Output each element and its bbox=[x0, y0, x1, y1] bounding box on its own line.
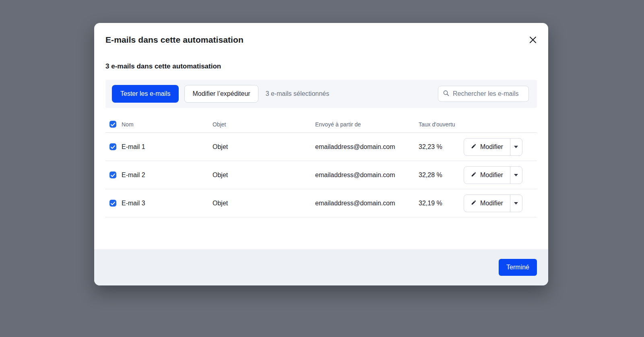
selected-count-label: 3 e-mails sélectionnés bbox=[266, 90, 329, 97]
email-open-rate: 32,19 % bbox=[419, 200, 464, 207]
row-actions: Modifier bbox=[464, 138, 537, 156]
email-subject: Objet bbox=[213, 143, 315, 151]
modify-dropdown-button[interactable] bbox=[510, 139, 522, 155]
email-open-rate: 32,28 % bbox=[419, 172, 464, 179]
pencil-icon bbox=[471, 200, 477, 207]
modify-split-button: Modifier bbox=[464, 166, 522, 184]
modify-dropdown-button[interactable] bbox=[510, 167, 522, 184]
check-icon bbox=[111, 121, 115, 128]
header-open-rate: Taux d'ouvertu bbox=[419, 121, 464, 128]
email-name: E-mail 1 bbox=[122, 143, 213, 151]
emails-automation-modal: E-mails dans cette automatisation 3 e-ma… bbox=[94, 23, 548, 285]
row-checkbox[interactable] bbox=[109, 200, 116, 207]
modal-header: E-mails dans cette automatisation bbox=[94, 23, 548, 45]
table-header-row: Nom Objet Envoyé à partir de Taux d'ouve… bbox=[105, 116, 537, 133]
row-actions: Modifier bbox=[464, 194, 537, 212]
close-button[interactable] bbox=[527, 34, 539, 45]
modify-button[interactable]: Modifier bbox=[464, 139, 510, 155]
chevron-down-icon bbox=[514, 202, 518, 205]
modify-button-label: Modifier bbox=[480, 200, 503, 207]
check-icon bbox=[111, 172, 115, 179]
table-row: E-mail 1 Objet emailaddress@domain.com 3… bbox=[105, 133, 537, 161]
edit-sender-button[interactable]: Modifier l’expéditeur bbox=[184, 85, 258, 103]
pencil-icon bbox=[471, 143, 477, 151]
email-open-rate: 32,23 % bbox=[419, 143, 464, 151]
close-icon bbox=[529, 36, 537, 43]
header-subject: Objet bbox=[213, 121, 315, 128]
modify-button-label: Modifier bbox=[480, 172, 503, 179]
header-name: Nom bbox=[122, 121, 213, 128]
modify-button-label: Modifier bbox=[480, 143, 503, 151]
modal-body: 3 e-mails dans cette automatisation Test… bbox=[94, 45, 548, 249]
modify-split-button: Modifier bbox=[464, 194, 522, 212]
emails-count-heading: 3 e-mails dans cette automatisation bbox=[105, 62, 537, 70]
modify-dropdown-button[interactable] bbox=[510, 195, 522, 212]
search-input[interactable] bbox=[453, 90, 524, 97]
done-button[interactable]: Terminé bbox=[499, 259, 537, 276]
select-all-checkbox[interactable] bbox=[109, 121, 116, 128]
modify-button[interactable]: Modifier bbox=[464, 167, 510, 184]
modal-footer: Terminé bbox=[94, 249, 548, 285]
email-sent-from: emailaddress@domain.com bbox=[315, 172, 419, 179]
table-row: E-mail 2 Objet emailaddress@domain.com 3… bbox=[105, 161, 537, 189]
email-subject: Objet bbox=[213, 200, 315, 207]
emails-table: Nom Objet Envoyé à partir de Taux d'ouve… bbox=[105, 116, 537, 217]
email-subject: Objet bbox=[213, 172, 315, 179]
modal-title: E-mails dans cette automatisation bbox=[105, 35, 244, 45]
row-actions: Modifier bbox=[464, 166, 537, 184]
header-sent-from: Envoyé à partir de bbox=[315, 121, 419, 128]
bulk-actions-toolbar: Tester les e-mails Modifier l’expéditeur… bbox=[105, 80, 537, 108]
test-emails-button[interactable]: Tester les e-mails bbox=[112, 85, 179, 103]
chevron-down-icon bbox=[514, 174, 518, 176]
chevron-down-icon bbox=[514, 146, 518, 148]
search-box[interactable] bbox=[438, 86, 529, 102]
email-name: E-mail 3 bbox=[122, 200, 213, 207]
email-sent-from: emailaddress@domain.com bbox=[315, 143, 419, 151]
email-sent-from: emailaddress@domain.com bbox=[315, 200, 419, 207]
row-checkbox[interactable] bbox=[109, 172, 116, 178]
modify-button[interactable]: Modifier bbox=[464, 195, 510, 212]
pencil-icon bbox=[471, 172, 477, 179]
search-icon bbox=[443, 90, 449, 98]
row-checkbox[interactable] bbox=[109, 143, 116, 150]
table-row: E-mail 3 Objet emailaddress@domain.com 3… bbox=[105, 189, 537, 217]
email-name: E-mail 2 bbox=[122, 172, 213, 179]
modify-split-button: Modifier bbox=[464, 138, 522, 156]
check-icon bbox=[111, 143, 115, 151]
check-icon bbox=[111, 200, 115, 207]
